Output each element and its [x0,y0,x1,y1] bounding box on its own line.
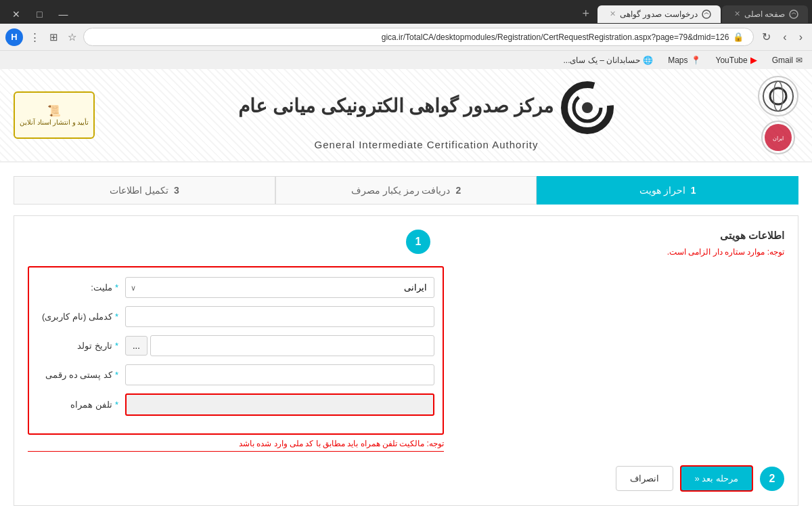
svg-point-9 [582,102,593,113]
tab-home[interactable]: صفحه اصلی ✕ [722,5,808,23]
profile-icon[interactable]: H [5,28,23,46]
bookmarks-bar: ✉ Gmail ▶ YouTube 📍 Maps 🌐 حسابدانان – ی… [0,50,812,69]
svg-text:ایران: ایران [773,135,784,142]
birth-date-input[interactable] [150,335,434,356]
settings-icon[interactable]: ⋮ [27,28,43,46]
form-section-title: اطلاعات هویتی [720,230,784,241]
form-row-phone: * تلفن همراه [37,393,434,416]
svg-point-2 [763,81,793,111]
address-bar[interactable]: 🔒 gica.ir/TotalCA/desktopmodules/Registr… [83,28,754,46]
reload-button[interactable]: ↻ [758,28,775,46]
tab-home-close[interactable]: ✕ [734,9,740,18]
step-circle-2: 2 [760,467,784,491]
extensions-icon[interactable]: ⊞ [47,28,61,46]
step-2-num: 2 [455,185,461,196]
birth-date-label: * تاریخ تولد [37,341,118,351]
header-right-logo: 📜 تأیید و انتشار اسناد آنلاین [14,91,95,139]
bookmark-youtube-label: YouTube [716,56,748,65]
header-logo-graphic: مرکز صدور گواهی الکترونیکی میانی عام [95,81,758,135]
page-content: ایران مرکز صدور گواهی الکترونیکی میانی ع… [0,69,812,514]
tab-icon-home [789,9,798,19]
nationality-select[interactable]: ایرانی خارجی [125,277,434,298]
nationality-label: * ملیت: [37,282,118,293]
bookmark-maps-label: Maps [668,56,687,65]
bookmark-hesabdanan[interactable]: 🌐 حسابدانان – یک سای... [560,54,656,66]
header-title-fa: مرکز صدور گواهی الکترونیکی میانی عام [238,95,554,117]
bookmark-hesabdanan-label: حسابدانان – یک سای... [563,56,640,65]
header-logos: ایران [758,76,798,154]
logo-circle-1 [758,76,798,116]
bookmark-gmail-label: Gmail [772,56,793,65]
lock-icon: 🔒 [733,32,744,42]
phone-required-star: * [115,400,118,410]
step-3[interactable]: 3 تکمیل اطلاعات [14,176,275,205]
maximize-button[interactable]: □ [28,6,50,22]
bookmark-maps[interactable]: 📍 Maps [665,54,703,66]
steps-bar: 1 احراز هویت 2 دریافت رمز یکبار مصرف 3 ت… [14,176,798,205]
nationality-required-star: * [115,282,118,293]
form-row-user-code: * کدملی (نام کاربری) [37,306,434,327]
birth-date-required-star: * [115,341,118,351]
step-1-num: 1 [691,185,696,196]
form-row-birth-date: ... * تاریخ تولد [37,335,434,356]
youtube-icon: ▶ [750,55,757,65]
postal-code-required-star: * [115,370,118,380]
new-tab-button[interactable]: + [575,4,596,24]
tab-home-label: صفحه اصلی [744,9,785,19]
user-code-label: * کدملی (نام کاربری) [37,312,118,322]
phone-label: * تلفن همراه [37,400,118,410]
tab-bar: صفحه اصلی ✕ درخواست صدور گواهی ✕ + — □ ✕ [0,0,812,24]
step-3-label: تکمیل اطلاعات [110,185,168,196]
bookmark-gmail[interactable]: ✉ Gmail [769,54,805,66]
form-notice-bottom: توجه: مالکیت تلفن همراه باید مطابق با کد… [28,439,444,452]
svg-point-4 [773,81,783,111]
cancel-button[interactable]: انصراف [616,466,673,491]
gmail-icon: ✉ [796,56,803,65]
svg-point-1 [702,10,710,18]
user-code-required-star: * [115,312,118,322]
step-2-label: دریافت رمز یکبار مصرف [351,185,451,196]
step-1[interactable]: 1 احراز هویت [537,176,798,205]
url-text: gica.ir/TotalCA/desktopmodules/Registrat… [93,33,729,42]
form-area: اطلاعات هویتی 1 توجه: موارد ستاره دار ال… [14,215,798,506]
tab-cert-close[interactable]: ✕ [610,9,616,18]
step-circle-1: 1 [406,230,430,254]
address-bar-row: ‹ › ↻ 🔒 gica.ir/TotalCA/desktopmodules/R… [0,24,812,50]
bookmark-youtube[interactable]: ▶ YouTube [713,53,760,66]
minimize-button[interactable]: — [50,6,76,22]
postal-code-input[interactable] [125,364,434,385]
phone-input[interactable] [125,393,434,416]
cancel-button-label: انصراف [630,473,659,484]
svg-point-3 [770,88,786,104]
header-center: مرکز صدور گواهی الکترونیکی میانی عام Gen… [95,81,758,150]
next-button-label: مرحله بعد « [695,473,738,484]
form-notice-top: توجه: موارد ستاره دار الزامی است. [28,247,784,257]
bookmark-star-icon[interactable]: ☆ [65,28,79,46]
header-right-badge-text: تأیید و انتشار اسناد آنلاین [20,119,89,126]
tab-cert-request[interactable]: درخواست صدور گواهی ✕ [597,5,721,23]
user-code-input[interactable] [125,306,434,327]
form-row-nationality: ایرانی خارجی ∨ * ملیت: [37,277,434,298]
hesabdanan-icon: 🌐 [643,56,653,65]
site-header: ایران مرکز صدور گواهی الکترونیکی میانی ع… [0,69,812,163]
next-button[interactable]: مرحله بعد « [680,465,753,492]
tab-cert-label: درخواست صدور گواهی [620,9,698,19]
step-2[interactable]: 2 دریافت رمز یکبار مصرف [275,176,537,205]
tab-icon-cert [702,9,711,19]
header-title-en: General Intermediate Certification Autho… [95,139,758,150]
step-1-label: احراز هویت [639,185,685,196]
maps-icon: 📍 [691,56,701,65]
form-row-postal-code: * کد پستی ده رقمی [37,364,434,385]
toolbar-icons: ☆ ⊞ ⋮ H [5,28,79,46]
forward-button[interactable]: › [779,28,790,46]
logo-circle-2: ایران [761,121,795,154]
back-button[interactable]: ‹ [795,28,807,46]
close-button[interactable]: ✕ [4,6,28,22]
svg-point-0 [790,10,798,18]
postal-code-label: * کد پستی ده رقمی [37,370,118,380]
date-picker-button[interactable]: ... [125,336,148,356]
step-3-num: 3 [174,185,179,196]
